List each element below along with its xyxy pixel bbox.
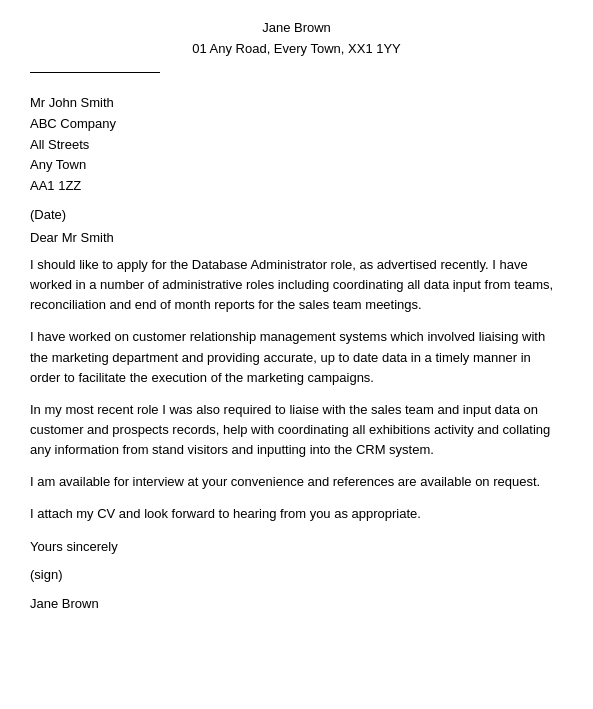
recipient-name: Mr John Smith (30, 93, 563, 114)
sign-placeholder: (sign) (30, 565, 563, 586)
body-paragraph-3: In my most recent role I was also requir… (30, 400, 563, 460)
body-paragraph-4: I am available for interview at your con… (30, 472, 563, 492)
recipient-block: Mr John Smith ABC Company All Streets An… (30, 93, 563, 197)
recipient-street: All Streets (30, 135, 563, 156)
letter-container: Jane Brown 01 Any Road, Every Town, XX1 … (30, 20, 563, 615)
closing-block: Yours sincerely (sign) Jane Brown (30, 537, 563, 615)
sender-address: 01 Any Road, Every Town, XX1 1YY (30, 41, 563, 56)
divider-line (30, 72, 160, 73)
sender-name: Jane Brown (30, 20, 563, 35)
salutation: Dear Mr Smith (30, 230, 563, 245)
recipient-town: Any Town (30, 155, 563, 176)
final-name: Jane Brown (30, 594, 563, 615)
recipient-postcode: AA1 1ZZ (30, 176, 563, 197)
closing-text: Yours sincerely (30, 537, 563, 558)
sender-block: Jane Brown 01 Any Road, Every Town, XX1 … (30, 20, 563, 73)
body-paragraph-1: I should like to apply for the Database … (30, 255, 563, 315)
body-paragraph-2: I have worked on customer relationship m… (30, 327, 563, 387)
body-paragraph-5: I attach my CV and look forward to heari… (30, 504, 563, 524)
recipient-company: ABC Company (30, 114, 563, 135)
date-line: (Date) (30, 207, 563, 222)
